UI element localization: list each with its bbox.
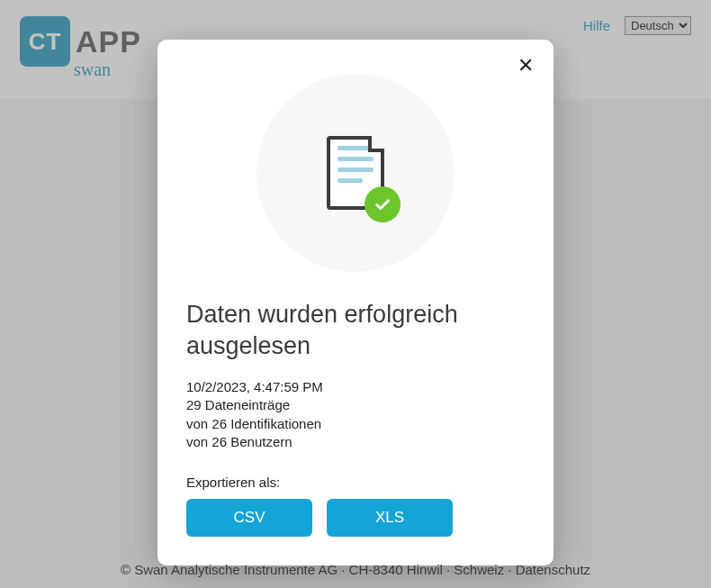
- entries-count: 29 Dateneinträge: [186, 396, 525, 414]
- footer-copyright: © Swan Analytische Instrumente AG · CH-8…: [121, 562, 516, 577]
- export-csv-button[interactable]: CSV: [186, 499, 312, 537]
- checkmark-icon: [364, 186, 400, 222]
- footer: © Swan Analytische Instrumente AG · CH-8…: [0, 562, 711, 577]
- privacy-link[interactable]: Datenschutz: [516, 562, 590, 577]
- export-label: Exportieren als:: [186, 475, 525, 490]
- export-xls-button[interactable]: XLS: [327, 499, 453, 537]
- success-illustration: [256, 74, 454, 272]
- success-modal: ✕ Daten wurden erfolgreich ausgelesen 10…: [158, 40, 554, 565]
- identifications-count: von 26 Identifikationen: [186, 415, 525, 433]
- users-count: von 26 Benutzern: [186, 433, 525, 451]
- modal-title: Daten wurden erfolgreich ausgelesen: [186, 299, 525, 362]
- document-success-icon: [327, 136, 384, 210]
- close-icon[interactable]: ✕: [518, 56, 534, 76]
- timestamp: 10/2/2023, 4:47:59 PM: [186, 378, 525, 396]
- modal-details: 10/2/2023, 4:47:59 PM 29 Dateneinträge v…: [186, 378, 525, 451]
